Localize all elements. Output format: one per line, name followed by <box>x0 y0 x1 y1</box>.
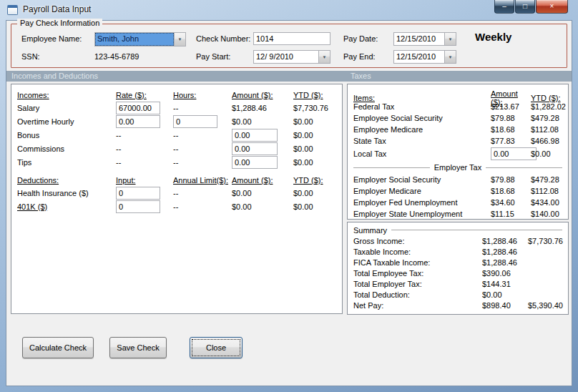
tax-ytd: $1,282.02 <box>531 102 568 111</box>
pay-end-dropdown[interactable]: 12/15/2010 ▼ <box>393 50 456 64</box>
income-label: Salary <box>17 104 116 112</box>
summary-panel: Summary Gross Income: $1,288.46 $7,730.7… <box>347 222 569 315</box>
pay-date-value: 12/15/2010 <box>394 33 444 45</box>
tax-amount: $79.88 <box>491 114 531 122</box>
ssn-value: 123-45-6789 <box>94 52 139 61</box>
overtime-rate-input[interactable] <box>116 115 160 128</box>
employee-name-combobox[interactable]: Smith, John ▼ <box>94 32 186 46</box>
tax-ytd: $479.28 <box>531 114 568 122</box>
summary-label: Net Pay: <box>353 301 482 310</box>
income-label: Bonus <box>17 131 116 139</box>
tax-ytd: $466.98 <box>531 137 568 145</box>
summary-amount: $0.00 <box>482 290 528 299</box>
health-insurance-amount: $0.00 <box>232 189 293 197</box>
employee-name-label: Employee Name: <box>21 34 82 43</box>
overtime-amount: $0.00 <box>232 117 293 126</box>
hours-header: Hours: <box>173 91 232 99</box>
local-tax-input[interactable] <box>491 147 537 160</box>
deduction-401k-link[interactable]: 401K ($) <box>17 202 116 211</box>
tax-row-employee-ss: Employee Social Security $79.88 $479.28 <box>348 112 568 124</box>
summary-label: Taxable Income: <box>353 248 482 256</box>
tax-label: Employer Fed Unemployment <box>353 198 491 207</box>
401k-ytd: $0.00 <box>293 202 342 211</box>
save-check-button[interactable]: Save Check <box>109 337 167 358</box>
close-dialog-button[interactable]: Close <box>190 337 243 358</box>
tips-amount-input[interactable] <box>232 156 278 169</box>
tax-amount: $77.83 <box>491 137 531 145</box>
summary-row-net-pay: Net Pay: $898.40 $5,390.40 <box>348 300 568 310</box>
check-number-input[interactable] <box>253 32 330 45</box>
bonus-amount-input[interactable] <box>232 129 278 142</box>
ssn-label: SSN: <box>21 52 40 61</box>
tax-row-employer-ss: Employer Social Security $79.88 $479.28 <box>348 174 568 185</box>
commissions-ytd: $0.00 <box>293 144 342 153</box>
tax-amount: $18.68 <box>491 187 531 195</box>
window-title: Payroll Data Input <box>23 4 91 14</box>
salary-ytd: $7,730.76 <box>293 104 342 112</box>
tax-ytd: $434.00 <box>531 198 568 207</box>
minimize-button[interactable]: – <box>494 0 514 14</box>
401k-limit: -- <box>173 202 232 211</box>
group-legend: Pay Check Information <box>17 19 102 27</box>
salary-rate-input[interactable] <box>116 102 160 114</box>
taxes-header-row: Items: Amount ($): YTD ($): <box>348 89 568 101</box>
tax-label: Local Tax <box>353 150 491 158</box>
tax-ytd: $479.28 <box>531 175 568 184</box>
tax-label: State Tax <box>353 137 491 145</box>
income-label: Commissions <box>17 144 116 153</box>
summary-amount: $144.31 <box>482 280 528 288</box>
summary-amount: $1,288.46 <box>482 258 528 267</box>
close-window-button[interactable]: × <box>536 0 568 14</box>
summary-row-employee-tax: Total Employee Tax: $390.06 <box>348 268 568 278</box>
pay-end-dropdown-arrow-icon[interactable]: ▼ <box>444 51 456 63</box>
check-number-label: Check Number: <box>196 34 250 43</box>
rate-header: Rate ($): <box>116 91 173 99</box>
tax-row-employer-state-unemployment: Employer State Unemployment $11.15 $140.… <box>348 208 568 220</box>
maximize-button[interactable]: □ <box>515 0 535 14</box>
summary-amount: $1,288.46 <box>482 237 528 245</box>
deduction-label: Health Insurance ($) <box>17 189 116 197</box>
tax-amount: $34.60 <box>491 198 531 207</box>
health-insurance-input[interactable] <box>116 187 160 200</box>
commissions-amount-input[interactable] <box>232 142 278 155</box>
pay-date-label: Pay Date: <box>343 34 378 43</box>
employee-name-dropdown-arrow-icon[interactable]: ▼ <box>174 33 185 46</box>
incomes-header: Incomes: <box>17 91 116 99</box>
income-row-commissions: Commissions -- -- $0.00 <box>11 142 342 155</box>
tax-row-employer-medicare: Employer Medicare $18.68 $112.08 <box>348 185 568 197</box>
salary-hours: -- <box>173 104 232 112</box>
summary-label: FICA Taxable Income: <box>353 258 482 267</box>
tax-label: Employer State Unemployment <box>353 210 491 218</box>
tax-ytd: $0.00 <box>531 150 568 158</box>
deduction-row-health-insurance: Health Insurance ($) -- $0.00 $0.00 <box>11 186 342 200</box>
tax-label: Employer Social Security <box>353 175 491 184</box>
summary-row-taxable: Taxable Income: $1,288.46 <box>348 246 568 257</box>
overtime-ytd: $0.00 <box>293 117 342 126</box>
overtime-hours-input[interactable] <box>173 115 217 128</box>
pay-start-dropdown-arrow-icon[interactable]: ▼ <box>318 51 330 63</box>
summary-title: Summary <box>348 222 568 235</box>
pay-date-dropdown-arrow-icon[interactable]: ▼ <box>444 33 456 45</box>
pay-date-dropdown[interactable]: 12/15/2010 ▼ <box>393 32 456 46</box>
paycheck-info-group: Pay Check Information Employee Name: Smi… <box>11 24 567 68</box>
amount-header: Amount ($): <box>232 176 293 185</box>
summary-amount: $1,288.46 <box>482 248 528 256</box>
tax-amount: $213.67 <box>491 102 531 111</box>
summary-amount: $390.06 <box>482 269 528 278</box>
ytd-header: YTD ($): <box>293 91 342 99</box>
tax-row-state: State Tax $77.83 $466.98 <box>348 135 568 147</box>
maximize-icon: □ <box>523 2 527 10</box>
summary-label: Total Deduction: <box>353 290 482 299</box>
calculate-check-button[interactable]: Calculate Check <box>22 337 94 358</box>
pay-start-dropdown[interactable]: 12/ 9/2010 ▼ <box>253 50 330 64</box>
health-insurance-limit: -- <box>173 189 232 197</box>
401k-input[interactable] <box>116 200 160 213</box>
tax-ytd: $140.00 <box>531 210 568 218</box>
tax-label: Employer Medicare <box>353 187 491 195</box>
deductions-header-row: Deductions: Input: Annual Limit($): Amou… <box>11 175 342 186</box>
tips-ytd: $0.00 <box>293 158 342 167</box>
ytd-header: YTD ($): <box>293 176 342 185</box>
summary-label: Total Employer Tax: <box>353 280 482 288</box>
tax-label: Federal Tax <box>353 102 491 111</box>
summary-ytd: $7,730.76 <box>528 237 568 245</box>
